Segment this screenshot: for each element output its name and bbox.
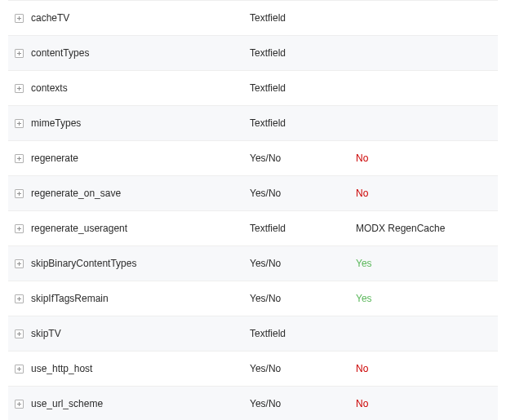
setting-type: Textfield	[250, 223, 356, 234]
setting-name: skipTV	[29, 328, 250, 339]
expand-icon[interactable]	[15, 154, 24, 163]
table-row[interactable]: regenerate Yes/No No	[8, 140, 498, 175]
setting-type: Yes/No	[250, 258, 356, 269]
expand-icon[interactable]	[15, 14, 24, 23]
setting-name: use_url_scheme	[29, 398, 250, 409]
setting-type: Yes/No	[250, 293, 356, 304]
table-row[interactable]: cacheTV Textfield	[8, 0, 498, 35]
expand-icon[interactable]	[15, 329, 24, 338]
expand-icon[interactable]	[15, 259, 24, 268]
table-row[interactable]: regenerate_on_save Yes/No No	[8, 175, 498, 210]
setting-name: regenerate_on_save	[29, 188, 250, 199]
expand-icon[interactable]	[15, 294, 24, 303]
setting-name: contexts	[29, 82, 250, 94]
table-row[interactable]: skipBinaryContentTypes Yes/No Yes	[8, 245, 498, 281]
setting-name: regenerate	[29, 153, 250, 164]
table-row[interactable]: skipTV Textfield	[8, 316, 498, 351]
setting-name: cacheTV	[29, 12, 250, 24]
expand-icon[interactable]	[15, 49, 24, 58]
setting-name: skipBinaryContentTypes	[29, 258, 250, 269]
expand-icon[interactable]	[15, 400, 24, 409]
setting-value: No	[356, 188, 498, 199]
setting-name: contentTypes	[29, 47, 250, 59]
table-row[interactable]: regenerate_useragent Textfield MODX Rege…	[8, 210, 498, 245]
table-row[interactable]: use_url_scheme Yes/No No	[8, 386, 498, 420]
table-row[interactable]: use_http_host Yes/No No	[8, 351, 498, 386]
setting-type: Textfield	[250, 328, 356, 339]
setting-name: regenerate_useragent	[29, 223, 250, 234]
setting-value: Yes	[356, 293, 498, 304]
settings-table: cacheTV Textfield contentTypes Textfield…	[8, 0, 498, 420]
expand-icon[interactable]	[15, 119, 24, 128]
setting-name: skipIfTagsRemain	[29, 293, 250, 304]
setting-type: Yes/No	[250, 188, 356, 199]
setting-name: use_http_host	[29, 363, 250, 374]
expand-icon[interactable]	[15, 365, 24, 374]
expand-icon[interactable]	[15, 84, 24, 93]
setting-value: No	[356, 398, 498, 409]
table-row[interactable]: contentTypes Textfield	[8, 35, 498, 70]
table-row[interactable]: mimeTypes Textfield	[8, 105, 498, 140]
table-row[interactable]: skipIfTagsRemain Yes/No Yes	[8, 281, 498, 316]
setting-type: Textfield	[250, 47, 356, 59]
setting-value: No	[356, 363, 498, 374]
setting-type: Yes/No	[250, 363, 356, 374]
setting-type: Textfield	[250, 117, 356, 129]
expand-icon[interactable]	[15, 189, 24, 198]
table-row[interactable]: contexts Textfield	[8, 70, 498, 105]
setting-value: No	[356, 153, 498, 164]
setting-type: Yes/No	[250, 153, 356, 164]
setting-value: MODX RegenCache	[356, 223, 498, 234]
setting-type: Yes/No	[250, 398, 356, 409]
expand-icon[interactable]	[15, 224, 24, 233]
setting-value: Yes	[356, 258, 498, 269]
setting-type: Textfield	[250, 82, 356, 94]
setting-type: Textfield	[250, 12, 356, 24]
setting-name: mimeTypes	[29, 117, 250, 129]
